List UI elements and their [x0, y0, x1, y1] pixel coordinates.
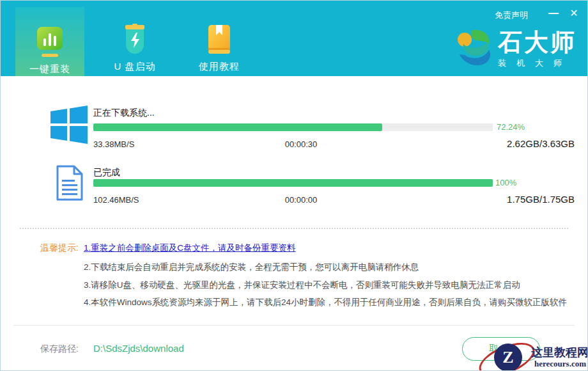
close-icon[interactable]: ✕	[566, 6, 582, 21]
tab-usb-boot[interactable]: U 盘启动	[100, 7, 169, 76]
tip-item-3: 3.请移除U盘、移动硬盘、光驱里的光盘，并保证安装过程中不会断电，否则重装可能失…	[84, 280, 520, 291]
progress-fill	[93, 179, 493, 187]
tab-label: 使用教程	[199, 61, 240, 73]
chart-icon	[35, 25, 65, 61]
footer-divider	[13, 325, 575, 326]
disclaimer-link[interactable]: 免责声明	[495, 10, 528, 21]
tip-item-4: 4.本软件Windows系统资源均来源于网上，请下载后24小时删除，不得用于任何…	[84, 297, 567, 308]
brand-logo-icon	[457, 29, 491, 71]
tab-label: 一键重装	[29, 63, 70, 75]
usb-icon	[120, 22, 150, 58]
progress-bar-download	[93, 123, 493, 131]
completed-size: 1.75GB/1.75GB	[507, 194, 575, 205]
completed-time: 00:00:00	[244, 195, 359, 205]
save-path-value: D:\SdsZjds\download	[93, 343, 184, 354]
progress-percent: 72.24%	[497, 122, 525, 132]
completed-speed: 102.46MB/S	[93, 195, 139, 205]
brand-logo: 石大师 装机大师	[457, 29, 576, 71]
book-icon	[205, 22, 234, 58]
tip-item-1: 1.重装之前会删除桌面及C盘文件，请及时备份重要资料	[84, 242, 296, 254]
progress-percent: 100%	[495, 178, 516, 187]
tips-title: 温馨提示:	[40, 242, 79, 254]
tab-tutorial[interactable]: 使用教程	[185, 7, 254, 76]
completed-status-label: 已完成	[93, 167, 120, 178]
download-time: 00:00:30	[244, 139, 359, 149]
progress-fill	[93, 123, 382, 131]
tab-label: U 盘启动	[114, 61, 156, 73]
minimize-button[interactable]: —	[545, 6, 562, 21]
watermark-logo-icon: Z	[494, 343, 522, 371]
app-window: 一键重装 U 盘启动	[0, 0, 588, 371]
watermark-site-name: 这里教程网	[531, 345, 588, 360]
save-path-label: 保存路径:	[40, 343, 79, 355]
brand-name: 石大师	[498, 29, 576, 56]
watermark-site-url: herecours.com	[534, 359, 586, 369]
download-size: 2.62GB/3.63GB	[507, 138, 575, 149]
windows-icon	[50, 104, 88, 148]
download-status-label: 正在下载系统...	[93, 107, 155, 119]
download-speed: 33.38MB/S	[93, 139, 134, 149]
tip-item-2: 2.下载结束后会自动重启并完成系统的安装，全程无需干预，您可以离开电脑请稍作休息	[84, 262, 419, 273]
tab-one-key-reinstall[interactable]: 一键重装	[15, 7, 84, 76]
site-watermark: Z 这里教程网 herecours.com	[474, 333, 588, 371]
brand-subtitle: 装机大师	[498, 58, 576, 69]
document-icon	[55, 164, 84, 204]
dotted-divider	[20, 228, 568, 229]
progress-bar-completed	[93, 179, 493, 187]
header-bar: 一键重装 U 盘启动	[1, 1, 587, 76]
